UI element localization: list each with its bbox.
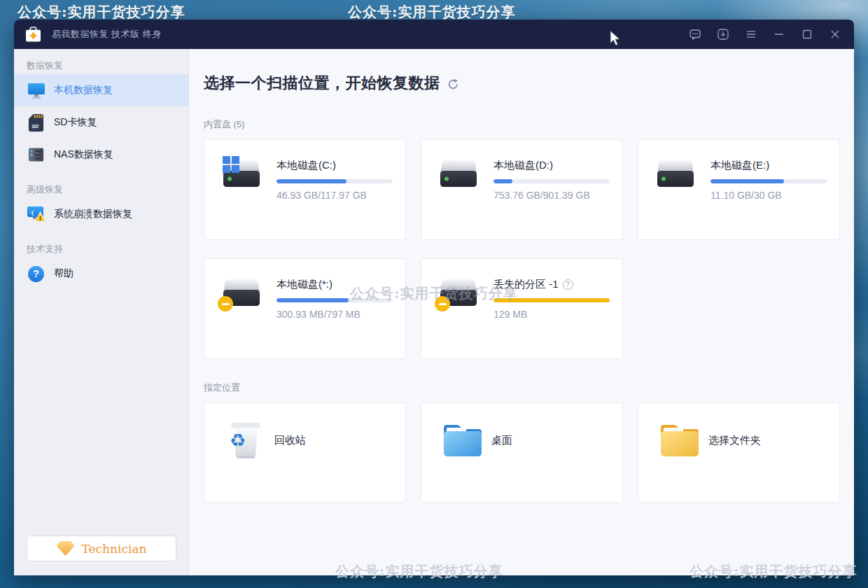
hard-drive-icon	[222, 277, 261, 309]
sd-card-icon: SD	[27, 113, 46, 132]
feedback-icon[interactable]	[689, 28, 701, 41]
windows-logo-icon	[223, 156, 239, 173]
disk-card-c[interactable]: 本地磁盘(C:) 46.93 GB/117.97 GB	[204, 139, 406, 240]
gem-icon	[57, 541, 75, 556]
hard-drive-icon	[656, 158, 695, 190]
main-panel: 选择一个扫描位置，开始恢复数据 内置盘 (5)	[189, 49, 854, 575]
location-label: 桌面	[491, 434, 512, 447]
hard-drive-icon	[222, 158, 261, 190]
recycle-symbol: ♻	[230, 430, 246, 451]
app-logo-icon	[24, 24, 42, 44]
location-card-recycle-bin[interactable]: ♻ 回收站	[204, 402, 406, 503]
disk-card-e[interactable]: 本地磁盘(E:) 11.10 GB/30 GB	[638, 139, 840, 240]
sidebar-item-label: 本机数据恢复	[54, 84, 113, 97]
sidebar-item-help[interactable]: ? 帮助	[14, 258, 188, 290]
location-card-desktop[interactable]: 桌面	[421, 402, 623, 503]
disk-usage-bar	[710, 179, 827, 183]
specified-locations-heading: 指定位置	[204, 382, 840, 394]
yellow-folder-icon	[658, 420, 701, 461]
disk-card-d[interactable]: 本地磁盘(D:) 753.76 GB/901.39 GB	[421, 139, 623, 240]
close-button[interactable]	[829, 28, 841, 41]
disk-card-noletter[interactable]: 本地磁盘(*:) 300.93 MB/797 MB	[204, 258, 406, 359]
disk-usage-bar	[493, 298, 610, 302]
disk-name: 本地磁盘(D:)	[493, 159, 610, 172]
disk-usage-bar	[276, 179, 393, 183]
sidebar: 数据恢复 本机数据恢复	[14, 49, 189, 575]
disk-usage-bar	[493, 179, 610, 183]
sidebar-item-label: NAS数据恢复	[54, 148, 113, 161]
disk-size: 753.76 GB/901.39 GB	[493, 190, 610, 201]
watermark: 公众号:实用干货技巧分享	[18, 3, 185, 22]
menu-icon[interactable]	[745, 28, 757, 41]
crashed-system-icon: :( !	[27, 204, 46, 224]
sidebar-item-label: 系统崩溃数据恢复	[54, 208, 132, 220]
sidebar-section-support: 技术支持	[27, 243, 188, 255]
disk-usage-bar	[276, 298, 393, 302]
location-card-choose-folder[interactable]: 选择文件夹	[638, 402, 840, 503]
disk-name: 本地磁盘(*:)	[276, 278, 393, 291]
titlebar: 易我数据恢复 技术版 终身	[14, 20, 854, 49]
sidebar-section-recovery: 数据恢复	[27, 59, 188, 72]
crash-face-text: :(	[30, 209, 34, 216]
disk-card-lost-partition[interactable]: 丢失的分区 -1 ? 129 MB	[421, 258, 623, 359]
location-label: 回收站	[274, 434, 306, 447]
sidebar-item-sd-recovery[interactable]: SD SD卡恢复	[14, 106, 188, 139]
warning-glyph: !	[39, 215, 41, 222]
disk-size: 129 MB	[493, 309, 610, 320]
disk-size: 300.93 MB/797 MB	[276, 309, 393, 320]
disk-size: 11.10 GB/30 GB	[710, 190, 827, 201]
sidebar-item-nas-recovery[interactable]: NAS数据恢复	[14, 139, 188, 171]
window-title: 易我数据恢复 技术版 终身	[52, 28, 162, 41]
maximize-button[interactable]	[801, 28, 813, 41]
watermark: 公众号:实用干货技巧分享	[348, 3, 515, 22]
location-grid: ♻ 回收站 桌面	[204, 402, 840, 503]
refresh-icon[interactable]	[447, 78, 459, 90]
sidebar-item-local-recovery[interactable]: 本机数据恢复	[14, 74, 188, 106]
help-icon: ?	[27, 264, 46, 284]
recycle-bin-icon: ♻	[224, 420, 267, 461]
disk-name: 本地磁盘(C:)	[276, 159, 393, 172]
sidebar-item-label: SD卡恢复	[54, 116, 97, 129]
sidebar-item-crash-recovery[interactable]: :( ! 系统崩溃数据恢复	[14, 198, 188, 230]
minimize-button[interactable]	[773, 28, 785, 41]
hard-drive-icon	[439, 158, 478, 190]
sd-icon-text: SD	[31, 124, 38, 130]
page-title: 选择一个扫描位置，开始恢复数据	[204, 73, 440, 94]
license-technician-button[interactable]: Technician	[27, 536, 176, 561]
lost-partition-help-icon[interactable]: ?	[563, 279, 573, 290]
disk-grid: 本地磁盘(C:) 46.93 GB/117.97 GB	[204, 139, 840, 359]
hard-drive-icon	[439, 277, 478, 309]
disk-name: 丢失的分区 -1 ?	[493, 278, 610, 291]
no-letter-badge-icon	[435, 296, 450, 312]
location-label: 选择文件夹	[708, 434, 761, 447]
license-label: Technician	[82, 542, 147, 556]
disk-name: 本地磁盘(E:)	[710, 159, 827, 172]
sidebar-item-label: 帮助	[54, 267, 74, 280]
app-window: 易我数据恢复 技术版 终身	[14, 20, 854, 575]
sidebar-section-advanced: 高级恢复	[27, 183, 188, 196]
no-letter-badge-icon	[218, 296, 233, 312]
disk-size: 46.93 GB/117.97 GB	[276, 190, 393, 201]
internal-disks-heading: 内置盘 (5)	[204, 118, 840, 131]
monitor-icon	[27, 80, 46, 100]
update-download-icon[interactable]	[717, 28, 729, 41]
nas-server-icon	[27, 145, 46, 164]
blue-folder-icon	[441, 420, 484, 461]
